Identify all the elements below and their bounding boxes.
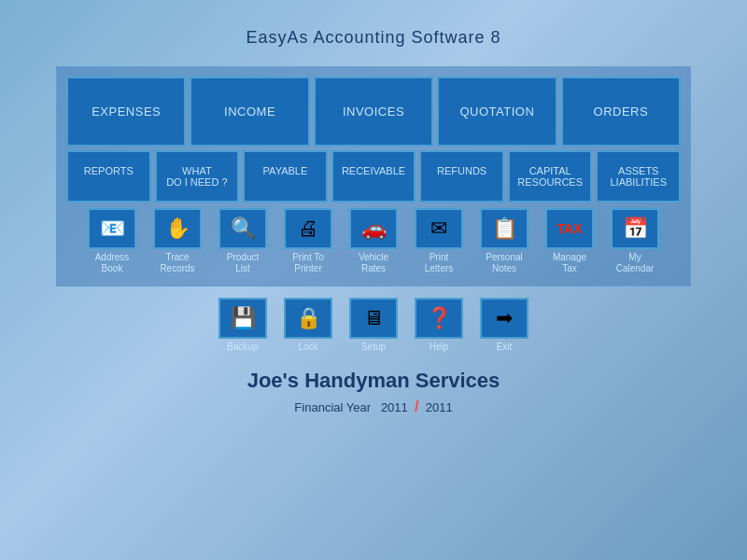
backup[interactable]: 💾Backup: [216, 298, 270, 352]
print-letters-icon: ✉: [415, 208, 463, 249]
product-list-icon: 🔍: [218, 208, 267, 249]
setup-label: Setup: [361, 342, 386, 352]
top-buttons-row: EXPENSESINCOMEINVOICESQUOTATIONORDERS: [66, 77, 681, 147]
quotation-button[interactable]: QUOTATION: [437, 77, 557, 147]
manage-tax-label: ManageTax: [553, 252, 586, 274]
my-calendar[interactable]: 📅MyCalendar: [606, 208, 664, 274]
vehicle-rates-icon: 🚗: [349, 208, 398, 249]
payable-button[interactable]: PAYABLE: [243, 150, 328, 203]
lock[interactable]: 🔒Lock: [281, 298, 335, 352]
manage-tax-icon: TAX: [545, 208, 594, 249]
app-title: EasyAs Accounting Software 8: [246, 28, 500, 48]
product-list[interactable]: 🔍ProductList: [214, 208, 272, 274]
vehicle-rates[interactable]: 🚗VehicleRates: [345, 208, 402, 274]
print-to-printer-label: Print ToPrinter: [292, 252, 324, 274]
reports-button[interactable]: REPORTS: [66, 150, 151, 203]
help-label: Help: [430, 342, 449, 352]
lock-icon: 🔒: [284, 298, 332, 339]
mid-buttons-row: REPORTSWHATDO I NEED ?PAYABLERECEIVABLER…: [66, 150, 681, 203]
address-book[interactable]: 📧AddressBook: [83, 208, 141, 274]
my-calendar-label: MyCalendar: [616, 252, 655, 274]
personal-notes[interactable]: 📋PersonalNotes: [475, 208, 533, 274]
trace-records[interactable]: ✋TraceRecords: [148, 208, 206, 274]
capital-resources-button[interactable]: CAPITALRESOURCES: [508, 150, 593, 203]
help-icon: ❓: [415, 298, 463, 339]
financial-year: Financial Year 2011 / 2011: [294, 399, 452, 415]
trace-records-label: TraceRecords: [160, 252, 194, 274]
lock-label: Lock: [298, 342, 317, 352]
product-list-label: ProductList: [227, 252, 259, 274]
what-do-i-need-button[interactable]: WHATDO I NEED ?: [155, 150, 240, 203]
invoices-button[interactable]: INVOICES: [314, 77, 433, 147]
setup-icon: 🖥: [349, 298, 398, 339]
personal-notes-label: PersonalNotes: [486, 252, 522, 274]
orders-button[interactable]: ORDERS: [561, 77, 681, 147]
expenses-button[interactable]: EXPENSES: [66, 77, 186, 147]
personal-notes-icon: 📋: [480, 208, 529, 249]
my-calendar-icon: 📅: [611, 208, 659, 249]
company-name: Joe's Handyman Services: [247, 369, 500, 393]
icon-row: 📧AddressBook✋TraceRecords🔍ProductList🖨Pr…: [66, 208, 681, 274]
manage-tax[interactable]: TAXManageTax: [541, 208, 599, 274]
address-book-label: AddressBook: [95, 252, 130, 274]
receivable-button[interactable]: RECEIVABLE: [331, 150, 416, 203]
refunds-button[interactable]: REFUNDS: [419, 150, 504, 203]
bottom-row: 💾Backup🔒Lock🖥Setup❓Help➡Exit: [216, 298, 531, 352]
exit-icon: ➡: [480, 298, 529, 339]
assets-liabilities-button[interactable]: ASSETSLIABILITIES: [596, 150, 681, 203]
print-letters[interactable]: ✉PrintLetters: [410, 208, 468, 274]
print-to-printer[interactable]: 🖨Print ToPrinter: [279, 208, 337, 274]
vehicle-rates-label: VehicleRates: [359, 252, 388, 274]
trace-records-icon: ✋: [153, 208, 202, 249]
backup-label: Backup: [227, 342, 258, 352]
help[interactable]: ❓Help: [412, 298, 466, 352]
exit[interactable]: ➡Exit: [477, 298, 531, 352]
address-book-icon: 📧: [88, 208, 136, 249]
setup[interactable]: 🖥Setup: [346, 298, 401, 352]
exit-label: Exit: [497, 342, 513, 352]
print-to-printer-icon: 🖨: [284, 208, 332, 249]
backup-icon: 💾: [218, 298, 267, 339]
print-letters-label: PrintLetters: [425, 252, 454, 274]
income-button[interactable]: INCOME: [190, 77, 309, 147]
main-container: EXPENSESINCOMEINVOICESQUOTATIONORDERS RE…: [56, 66, 691, 287]
